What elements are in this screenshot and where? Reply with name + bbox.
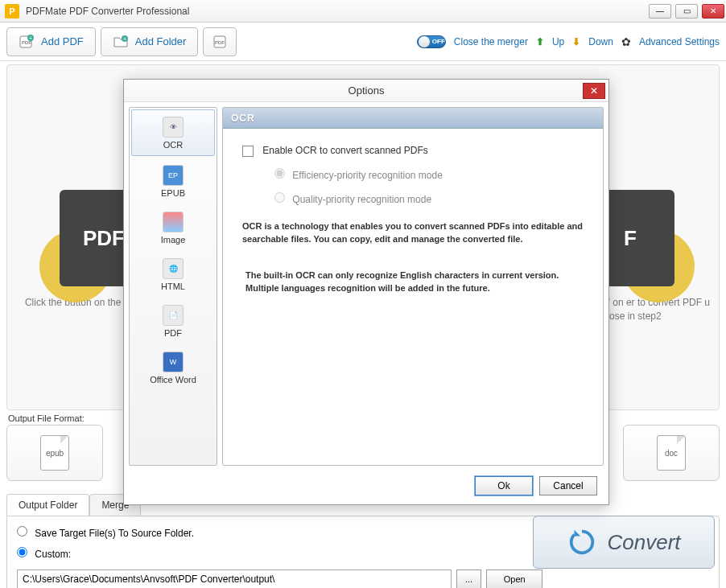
maximize-button[interactable]: ▭ bbox=[675, 4, 698, 19]
add-pdf-button[interactable]: PDF+ Add PDF bbox=[6, 27, 96, 56]
sidebar-item-pdf[interactable]: 📄PDF bbox=[130, 298, 217, 344]
sidebar-item-image[interactable]: Image bbox=[130, 204, 217, 251]
ok-button[interactable]: Ok bbox=[475, 476, 533, 495]
dialog-sidebar: 👁OCR EPEPUB Image 🌐HTML 📄PDF WOffice Wor… bbox=[129, 107, 217, 466]
options-dialog: Options ✕ 👁OCR EPEPUB Image 🌐HTML 📄PDF W… bbox=[123, 79, 609, 505]
efficiency-mode-label: Efficiency-priority recognition mode bbox=[292, 170, 443, 181]
ocr-description: OCR is a technology that enables you to … bbox=[242, 220, 584, 246]
add-folder-icon: + bbox=[113, 34, 129, 50]
svg-text:+: + bbox=[123, 36, 126, 42]
convert-button[interactable]: Convert bbox=[533, 516, 715, 569]
dialog-footer: Ok Cancel bbox=[124, 471, 608, 501]
dialog-section-header: OCR bbox=[223, 108, 603, 129]
dialog-titlebar: Options ✕ bbox=[124, 80, 608, 102]
window-close-button[interactable]: ✕ bbox=[702, 4, 724, 19]
dialog-title: Options bbox=[349, 84, 385, 97]
merger-toggle[interactable]: OFF bbox=[417, 35, 446, 48]
custom-folder-label: Custom: bbox=[35, 549, 71, 560]
enable-ocr-label: Enable OCR to convert scanned PDFs bbox=[262, 145, 427, 156]
tab-output-folder[interactable]: Output Folder bbox=[6, 494, 89, 516]
down-link[interactable]: Down bbox=[588, 36, 613, 47]
close-merger-link[interactable]: Close the merger bbox=[454, 36, 528, 47]
arrow-up-icon: ⬆ bbox=[536, 36, 544, 47]
add-folder-label: Add Folder bbox=[135, 35, 187, 47]
app-title: PDFMate PDF Converter Professional bbox=[26, 6, 189, 17]
sidebar-item-word[interactable]: WOffice Word bbox=[130, 344, 217, 391]
sidebar-item-epub[interactable]: EPEPUB bbox=[130, 158, 217, 204]
svg-text:PDF: PDF bbox=[215, 40, 225, 45]
cancel-button[interactable]: Cancel bbox=[539, 476, 597, 495]
pdf-small-button[interactable]: PDF bbox=[203, 27, 237, 56]
custom-folder-radio[interactable] bbox=[17, 547, 27, 557]
gear-icon: ✿ bbox=[621, 35, 631, 48]
sidebar-item-html[interactable]: 🌐HTML bbox=[130, 251, 217, 298]
output-path-input[interactable] bbox=[17, 569, 452, 588]
word-icon: W bbox=[163, 352, 184, 372]
browse-button[interactable]: ... bbox=[456, 569, 481, 588]
efficiency-mode-radio bbox=[274, 168, 285, 179]
convert-icon bbox=[567, 527, 597, 557]
enable-ocr-checkbox[interactable] bbox=[242, 146, 254, 157]
open-folder-button[interactable]: Open bbox=[486, 569, 542, 588]
app-icon: P bbox=[5, 4, 19, 19]
html-icon: 🌐 bbox=[163, 258, 184, 279]
ocr-icon: 👁 bbox=[163, 117, 184, 138]
minimize-button[interactable]: — bbox=[649, 4, 671, 19]
save-to-source-label: Save Target File(s) To Source Folder. bbox=[35, 528, 194, 539]
advanced-settings-link[interactable]: Advanced Settings bbox=[639, 36, 720, 47]
pdf-icon: 📄 bbox=[163, 305, 184, 326]
dialog-main: OCR Enable OCR to convert scanned PDFs E… bbox=[222, 107, 604, 466]
ocr-note: The built-in OCR can only recognize Engl… bbox=[242, 269, 584, 295]
arrow-down-icon: ⬇ bbox=[572, 36, 580, 47]
add-pdf-icon: PDF+ bbox=[19, 34, 35, 50]
toolbar: PDF+ Add PDF + Add Folder PDF OFF Close … bbox=[0, 23, 726, 61]
quality-mode-label: Quality-priority recognition mode bbox=[292, 194, 431, 205]
add-pdf-label: Add PDF bbox=[41, 35, 84, 47]
dialog-close-button[interactable]: ✕ bbox=[583, 83, 605, 99]
svg-text:+: + bbox=[29, 35, 32, 41]
quality-mode-radio bbox=[274, 192, 285, 203]
add-folder-button[interactable]: + Add Folder bbox=[101, 27, 199, 56]
sidebar-item-ocr[interactable]: 👁OCR bbox=[131, 109, 215, 156]
pdf-small-icon: PDF bbox=[212, 34, 228, 50]
image-icon bbox=[163, 212, 184, 232]
titlebar: P PDFMate PDF Converter Professional — ▭… bbox=[0, 0, 726, 23]
convert-label: Convert bbox=[607, 530, 680, 555]
epub-icon: EP bbox=[163, 165, 184, 186]
format-epub-button[interactable]: epub bbox=[6, 425, 103, 481]
up-link[interactable]: Up bbox=[552, 36, 564, 47]
format-doc-button[interactable]: doc bbox=[623, 425, 720, 481]
save-to-source-radio[interactable] bbox=[17, 526, 27, 537]
